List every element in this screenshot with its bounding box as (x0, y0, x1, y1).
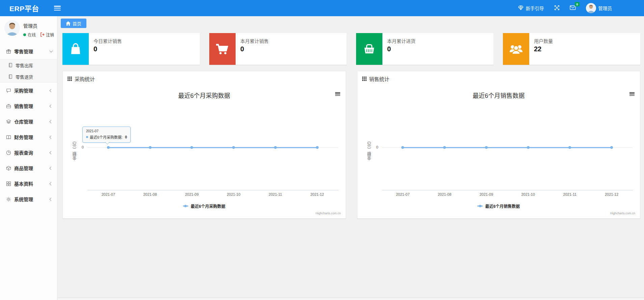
series-dot-icon (86, 136, 88, 138)
guide-button[interactable]: 新手引导 (518, 5, 544, 11)
legend-marker-icon (183, 206, 188, 207)
stat-card-user-count: 用户数量 22 (503, 33, 640, 65)
legend-item[interactable]: 最近6个月销售数据 (477, 203, 520, 209)
data-point[interactable] (190, 146, 193, 149)
chart-panels: 采购统计 最近6个月采购数据 金额（元） 0 2021-07 最近6个月 (62, 71, 640, 219)
data-point[interactable] (149, 146, 152, 149)
avatar (4, 20, 20, 36)
x-tick-label: 2021-08 (129, 192, 171, 196)
data-point[interactable] (232, 146, 235, 149)
x-tick-label: 2021-11 (254, 192, 296, 196)
sidebar-item-reports[interactable]: 报表查询 (0, 145, 57, 160)
fullscreen-icon (554, 5, 560, 11)
logout-label: 注销 (46, 32, 54, 37)
sign-out-icon (40, 32, 45, 37)
y-tick-label: 0 (73, 145, 84, 149)
app-logo[interactable]: ERP平台 (0, 3, 39, 13)
data-point[interactable] (568, 146, 571, 149)
y-tick-label: 0 (368, 145, 378, 149)
chevron-left-icon (50, 197, 53, 201)
sidebar-item-basic-data[interactable]: 基本资料 (0, 176, 57, 191)
sidebar-item-finance[interactable]: 财务管理 (0, 129, 57, 145)
sidebar-item-goods[interactable]: 商品管理 (0, 160, 57, 176)
file-icon (8, 63, 13, 67)
series-line (403, 147, 612, 148)
sidebar-item-retail-out[interactable]: 零售出库 (0, 59, 57, 71)
gift-icon (6, 49, 11, 54)
main-content: 首页 今日累计销售 0 本月累计销售 0 本月累 (58, 16, 644, 300)
pie-chart-icon (6, 150, 11, 155)
data-point[interactable] (443, 146, 446, 149)
avatar (586, 3, 596, 13)
highcharts-credit[interactable]: Highcharts.com.cn (610, 212, 635, 215)
tab-home[interactable]: 首页 (61, 19, 86, 28)
x-tick-label: 2021-09 (171, 192, 213, 196)
chevron-left-icon (50, 135, 53, 139)
stat-value: 0 (240, 45, 269, 53)
x-tick-label: 2021-10 (507, 192, 549, 196)
messages-button[interactable]: 0 (570, 5, 576, 11)
chevron-down-icon (50, 49, 53, 53)
retail-submenu: 零售出库 零售退货 (0, 59, 57, 83)
footer-divider (58, 298, 644, 300)
stat-card-today-sales: 今日累计销售 0 (62, 33, 200, 65)
chevron-left-icon (50, 89, 53, 92)
highcharts-credit[interactable]: Highcharts.com.cn (316, 212, 341, 215)
envelope-icon (570, 6, 576, 11)
x-axis-line (382, 190, 633, 190)
gear-icon (6, 197, 11, 202)
sales-stats-panel: 销售统计 最近6个月销售数据 金额（元） 0 2021-072021-08202… (357, 71, 641, 219)
x-tick-label: 2021-12 (296, 192, 338, 196)
sidebar-toggle-button[interactable] (54, 6, 61, 10)
series-line (108, 147, 317, 148)
data-point[interactable] (316, 146, 319, 149)
sidebar-item-retail-return[interactable]: 零售退货 (0, 71, 57, 82)
x-axis-labels: 2021-072021-082021-092021-102021-112021-… (87, 192, 338, 196)
shopping-basket-icon (362, 42, 376, 56)
sidebar-item-retail[interactable]: 零售管理 (0, 44, 57, 59)
sidebar-item-purchase[interactable]: 采购管理 (0, 83, 57, 98)
sidebar-item-system[interactable]: 系统管理 (0, 191, 57, 207)
sidebar-item-sales[interactable]: 销售管理 (0, 98, 57, 114)
x-tick-label: 2021-09 (465, 192, 507, 196)
briefcase-icon (6, 104, 11, 109)
stat-label: 今日累计销售 (93, 37, 122, 44)
stat-label: 用户数量 (534, 37, 553, 44)
guide-label: 新手引导 (526, 5, 544, 11)
grid-icon (6, 181, 11, 186)
sidebar-item-warehouse[interactable]: 仓库管理 (0, 114, 57, 129)
user-menu[interactable]: 管理员 (586, 3, 612, 13)
top-navbar: ERP平台 新手引导 0 (0, 0, 644, 16)
x-tick-label: 2021-08 (424, 192, 465, 196)
chevron-left-icon (50, 151, 53, 154)
message-count-badge: 0 (575, 2, 579, 6)
x-tick-label: 2021-11 (549, 192, 591, 196)
sales-chart: 最近6个月销售数据 金额（元） 0 2021-072021-082021-092… (357, 86, 640, 218)
navbar-right: 新手引导 0 管理员 (518, 3, 644, 13)
purchase-chart: 最近6个月采购数据 金额（元） 0 2021-07 最近6个月采购数据: 0 (63, 86, 346, 218)
user-panel: 管理员 在线 注销 (0, 16, 57, 41)
chevron-left-icon (50, 182, 53, 185)
file-icon (8, 74, 13, 79)
logout-button[interactable]: 注销 (40, 32, 54, 37)
sidebar: 管理员 在线 注销 零售管理 零售出库 零售退货 (0, 16, 57, 300)
data-point[interactable] (610, 146, 613, 149)
shopping-bag-icon (69, 42, 83, 56)
y-axis-title: 金额（元） (72, 126, 78, 173)
gem-icon (518, 5, 524, 11)
data-point[interactable] (274, 146, 277, 149)
stat-label: 本月累计销售 (240, 37, 269, 44)
stat-label: 本月累计进货 (387, 37, 415, 44)
data-point[interactable] (401, 146, 404, 149)
legend-item[interactable]: 最近6个月采购数据 (183, 203, 225, 209)
purchase-stats-panel: 采购统计 最近6个月采购数据 金额（元） 0 2021-07 最近6个月 (62, 71, 346, 219)
data-point[interactable] (527, 146, 530, 149)
data-point[interactable] (485, 146, 488, 149)
chevron-left-icon (50, 104, 53, 108)
home-icon (66, 21, 71, 26)
online-status-icon (23, 33, 26, 36)
plot-area (382, 86, 633, 190)
stat-value: 22 (534, 45, 553, 53)
x-axis-labels: 2021-072021-082021-092021-102021-112021-… (382, 192, 633, 196)
fullscreen-button[interactable] (554, 5, 560, 11)
